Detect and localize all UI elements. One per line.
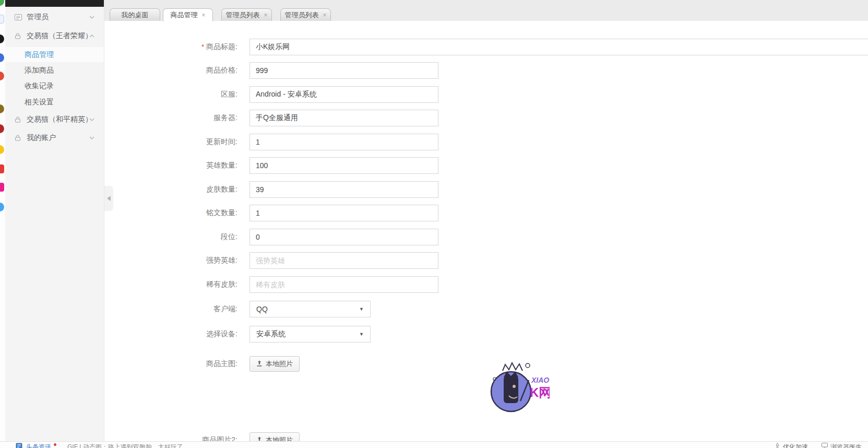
chevron-down-icon	[89, 136, 94, 139]
sidebar-group-trade-cat-hpjy[interactable]: 交易猫（和平精英）	[5, 111, 104, 128]
close-icon[interactable]: ×	[323, 12, 326, 18]
upload-icon	[256, 437, 263, 442]
collapse-left-arrow-icon	[107, 196, 111, 201]
field-label: 铭文数量:	[104, 208, 237, 218]
field-label: 英雄数量:	[104, 161, 237, 170]
browser-status-bar: 头条资讯 GIF | 动态图：路上遇到双胞胎，太好玩了 优化加速 浏览器医生	[0, 441, 868, 448]
tab-label: 管理员列表	[284, 10, 318, 20]
close-icon[interactable]: ×	[201, 12, 205, 18]
form-row-price: 商品价格:	[104, 62, 438, 79]
sidebar-group-admin[interactable]: 管理员	[5, 8, 104, 26]
watermark-text-kwang: K网	[530, 385, 550, 399]
region-input[interactable]	[249, 86, 438, 103]
sidebar-group-trade-cat-wzry[interactable]: 交易猫（王者荣耀）	[5, 27, 104, 45]
upload-main-photo-button[interactable]: 本地照片	[249, 356, 300, 372]
tab-label: 商品管理	[170, 10, 197, 20]
device-select[interactable]: 安卓系统 ▼	[249, 326, 371, 343]
tab-admin-list-1[interactable]: 管理员列表 ×	[221, 8, 272, 21]
news-headline[interactable]: GIF | 动态图：路上遇到双胞胎，太好玩了	[67, 443, 183, 448]
field-label: 强势英雄:	[104, 256, 237, 265]
yellow-app-icon[interactable]	[0, 145, 4, 154]
lock-icon	[15, 116, 22, 123]
required-mark: *	[201, 43, 204, 51]
rare-skins-input[interactable]	[249, 276, 438, 293]
client-select[interactable]: QQ ▼	[249, 301, 371, 317]
sidebar-item-label: 收集记录	[25, 81, 54, 91]
tab-label: 我的桌面	[122, 10, 149, 20]
lock-icon	[15, 135, 22, 141]
lightblue-app-icon[interactable]	[0, 203, 4, 211]
lock-icon	[15, 33, 22, 39]
goods-edit-form: *商品标题: 商品价格: 区服: 服务器: 更新时间: 英雄数量:	[104, 21, 868, 441]
chevron-up-icon	[89, 34, 94, 38]
sidebar-item-goods-manage[interactable]: 商品管理	[5, 47, 104, 62]
skin-count-input[interactable]	[249, 181, 438, 198]
sidebar-top-dark-bar	[5, 0, 104, 7]
form-row-title: *商品标题:	[104, 39, 868, 55]
strong-heroes-input[interactable]	[249, 252, 438, 269]
upload-icon	[256, 360, 263, 368]
sidebar-item-label: 我的账户	[27, 133, 56, 143]
magenta-app-icon[interactable]	[0, 183, 4, 192]
notification-dot	[54, 443, 56, 446]
form-row-server: 服务器:	[104, 110, 438, 126]
app-dock	[0, 0, 5, 441]
sidebar-item-label: 添加商品	[25, 66, 54, 75]
blue-app-icon[interactable]	[0, 53, 4, 62]
upload-button-label: 本地照片	[266, 359, 293, 369]
red-white-app-icon[interactable]	[0, 72, 4, 80]
hero-count-input[interactable]	[249, 157, 438, 174]
sidebar-item-add-goods[interactable]: 添加商品	[5, 63, 104, 78]
gold-emblem-app-icon[interactable]	[0, 104, 4, 113]
close-icon[interactable]: ×	[264, 12, 267, 18]
field-label: 稀有皮肤:	[104, 280, 237, 289]
sidebar-nav: 管理员 交易猫（王者荣耀） 商品管理 添加商品 收集记录 相关设置	[5, 7, 104, 435]
server-input[interactable]	[249, 110, 438, 126]
tab-my-desktop[interactable]: 我的桌面	[110, 8, 160, 21]
tab-label: 管理员列表	[225, 10, 259, 20]
green-app-icon[interactable]	[0, 0, 4, 6]
red-square-app-icon[interactable]	[0, 164, 4, 173]
field-label: 服务器:	[104, 113, 237, 123]
news-feed-link[interactable]: 头条资讯	[26, 443, 56, 448]
site-watermark-logo: XIAO K网	[488, 359, 550, 414]
rank-input[interactable]	[249, 229, 438, 245]
field-label: 客户端:	[104, 304, 237, 314]
sidebar: 管理员 交易猫（王者荣耀） 商品管理 添加商品 收集记录 相关设置	[5, 0, 104, 441]
form-row-rank: 段位:	[104, 229, 438, 245]
tab-bar: 我的桌面 商品管理 × 管理员列表 × 管理员列表 ×	[104, 0, 868, 21]
form-row-device: 选择设备: 安卓系统 ▼	[104, 326, 371, 343]
upload-photo2-button[interactable]: 本地照片	[249, 432, 300, 441]
tab-goods-manage[interactable]: 商品管理 ×	[163, 8, 213, 21]
red-black-app-icon[interactable]	[0, 124, 4, 133]
tab-admin-list-2[interactable]: 管理员列表 ×	[280, 8, 331, 21]
rune-count-input[interactable]	[249, 205, 438, 221]
chevron-down-icon	[89, 16, 94, 19]
chevron-down-icon	[89, 118, 94, 121]
sidebar-item-label: 管理员	[27, 13, 49, 22]
sidebar-item-label: 商品管理	[25, 50, 54, 60]
notes-app-icon[interactable]	[0, 15, 4, 23]
sidebar-item-collect-records[interactable]: 收集记录	[5, 78, 104, 94]
update-time-input[interactable]	[249, 134, 438, 150]
news-icon	[16, 443, 22, 448]
goods-title-input[interactable]	[249, 39, 868, 55]
monitor-icon	[822, 443, 828, 448]
form-row-skin-count: 皮肤数量:	[104, 181, 438, 198]
dropdown-arrow-icon: ▼	[359, 306, 364, 312]
browser-doctor-button[interactable]: 浏览器医生	[822, 443, 862, 448]
goods-price-input[interactable]	[249, 62, 438, 79]
sidebar-item-settings[interactable]: 相关设置	[5, 95, 104, 110]
form-row-update-time: 更新时间:	[104, 134, 438, 150]
form-row-image2: 商品图片2: 本地照片	[104, 432, 300, 441]
sidebar-group-my-account[interactable]: 我的账户	[5, 129, 104, 147]
screen: 管理员 交易猫（王者荣耀） 商品管理 添加商品 收集记录 相关设置	[0, 0, 868, 448]
sidebar-collapse-handle[interactable]	[104, 186, 113, 211]
optimize-speed-button[interactable]: 优化加速	[775, 443, 808, 448]
select-value: QQ	[256, 305, 268, 313]
sidebar-item-label: 交易猫（和平精英）	[27, 115, 92, 124]
form-row-rune-count: 铭文数量:	[104, 205, 438, 221]
black-app-icon[interactable]	[0, 34, 4, 43]
field-label: 商品价格:	[104, 66, 237, 75]
field-label: 区服:	[104, 90, 237, 99]
